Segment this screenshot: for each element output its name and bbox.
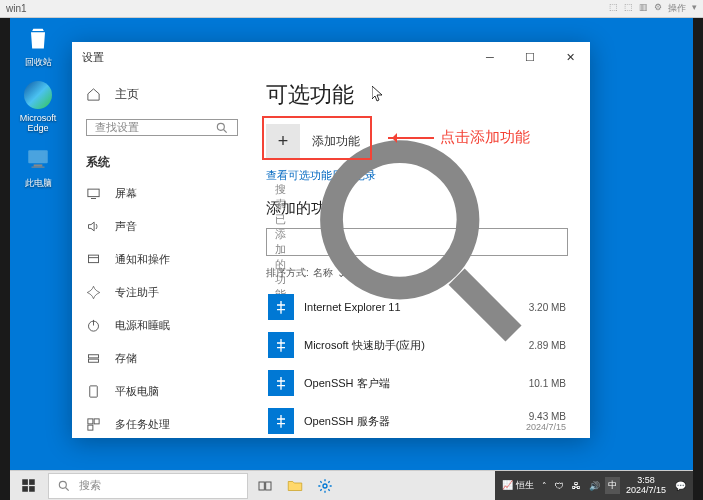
tray-stock[interactable]: 📈 恒生 [499,479,537,492]
multitask-icon [86,417,101,432]
display-icon [86,186,101,201]
tray-ime[interactable]: 中 [605,477,620,494]
svg-rect-13 [90,386,98,397]
svg-rect-21 [22,486,28,492]
svg-rect-0 [28,150,48,163]
start-button[interactable] [10,471,46,501]
vm-ctrl-icon[interactable]: ⬚ [609,2,618,15]
sidebar-item-focus[interactable]: 专注助手 [72,276,252,309]
desktop-icon-label: 回收站 [25,56,52,69]
tray-notifications-icon[interactable]: 💬 [672,481,689,491]
sidebar-item-label: 电源和睡眠 [115,318,170,333]
vm-ctrl-dropdown-icon[interactable]: ▾ [692,2,697,15]
feature-name: Microsoft 快速助手(应用) [304,338,519,353]
task-view-button[interactable] [250,471,280,501]
task-view-icon [257,478,273,494]
feature-date: 2024/7/15 [526,422,566,432]
svg-line-24 [66,487,69,490]
feature-item[interactable]: Microsoft 快速助手(应用) 2.89 MB [266,326,568,364]
taskbar-search-placeholder: 搜索 [79,478,101,493]
svg-rect-2 [32,167,45,168]
taskbar: 搜索 📈 恒生 ˄ 🛡 🖧 🔊 中 3:58 2024/7/15 💬 [10,470,693,500]
window-title: 设置 [82,50,470,65]
sort-label: 排序方式: [266,266,309,280]
search-icon [57,479,71,493]
sidebar-item-label: 通知和操作 [115,252,170,267]
vm-ctrl-gear-icon[interactable]: ⚙ [654,2,662,15]
desktop-icon-this-pc[interactable]: 此电脑 [16,143,60,190]
sidebar-item-label: 屏幕 [115,186,137,201]
sidebar-item-label: 声音 [115,219,137,234]
vm-ctrl-icon[interactable]: ▥ [639,2,648,15]
tray-network-icon[interactable]: 🖧 [569,481,584,491]
feature-size: 9.43 MB [529,411,566,422]
minimize-button[interactable]: ─ [470,42,510,72]
system-tray: 📈 恒生 ˄ 🛡 🖧 🔊 中 3:58 2024/7/15 💬 [495,471,693,501]
vm-ctrl-action[interactable]: 操作 [668,2,686,15]
annotation-arrow: 点击添加功能 [388,128,530,147]
gear-icon [317,478,333,494]
feature-item[interactable]: OpenSSH 服务器 9.43 MB 2024/7/15 [266,402,568,438]
edge-icon [24,81,52,109]
svg-point-23 [59,481,66,488]
tray-chevron-up-icon[interactable]: ˄ [539,481,550,491]
taskbar-search[interactable]: 搜索 [48,473,248,499]
sidebar-item-notifications[interactable]: 通知和操作 [72,243,252,276]
desktop-icon-edge[interactable]: Microsoft Edge [16,79,60,133]
sidebar-item-sound[interactable]: 声音 [72,210,252,243]
taskbar-app-explorer[interactable] [280,471,310,501]
sort-control[interactable]: 排序方式: 名称 ⌄ [266,266,568,280]
sidebar-item-power[interactable]: 电源和睡眠 [72,309,252,342]
feature-size: 2.89 MB [529,340,566,351]
window-titlebar[interactable]: 设置 ─ ☐ ✕ [72,42,590,72]
svg-rect-16 [88,425,93,430]
settings-search-input[interactable]: 查找设置 [86,119,238,136]
sidebar-item-tablet[interactable]: 平板电脑 [72,375,252,408]
svg-point-27 [323,484,327,488]
sidebar-home[interactable]: 主页 [72,78,252,111]
folder-icon [286,477,304,495]
vm-titlebar: win1 ⬚ ⬚ ▥ ⚙ 操作 ▾ [0,0,703,18]
desktop-icon-label: 此电脑 [25,177,52,190]
notification-icon [86,252,101,267]
tray-date: 2024/7/15 [626,486,666,496]
recycle-bin-icon [24,24,52,52]
sidebar-item-display[interactable]: 屏幕 [72,177,252,210]
svg-point-3 [217,123,224,130]
sidebar-home-label: 主页 [115,86,139,103]
sidebar-item-storage[interactable]: 存储 [72,342,252,375]
svg-rect-7 [89,255,99,263]
settings-sidebar: 主页 查找设置 系统 屏幕 声音 通知和操作 [72,72,252,438]
sidebar-item-label: 存储 [115,351,137,366]
focus-icon [86,285,101,300]
feature-item[interactable]: Internet Explorer 11 3.20 MB [266,288,568,326]
desktop[interactable]: 回收站 Microsoft Edge 此电脑 设置 ─ ☐ ✕ 主页 [10,18,693,500]
close-button[interactable]: ✕ [550,42,590,72]
maximize-button[interactable]: ☐ [510,42,550,72]
sound-icon [86,219,101,234]
vm-controls: ⬚ ⬚ ▥ ⚙ 操作 ▾ [609,2,697,15]
svg-line-4 [224,129,227,132]
feature-list: Internet Explorer 11 3.20 MB Microsoft 快… [266,288,568,438]
feature-item[interactable]: OpenSSH 客户端 10.1 MB [266,364,568,402]
computer-icon [25,146,51,172]
svg-rect-15 [94,419,99,424]
vm-ctrl-icon[interactable]: ⬚ [624,2,633,15]
chevron-down-icon: ⌄ [337,268,345,279]
annotation-text: 点击添加功能 [440,128,530,147]
sort-value: 名称 [313,266,333,280]
tray-volume-icon[interactable]: 🔊 [586,481,603,491]
settings-main: 可选功能 + 添加功能 点击添加功能 查看可选功能历史记录 添加的功能 搜索已添… [252,72,590,438]
sidebar-item-label: 多任务处理 [115,417,170,432]
desktop-icon-recycle-bin[interactable]: 回收站 [16,22,60,69]
sidebar-item-multitask[interactable]: 多任务处理 [72,408,252,438]
sidebar-item-label: 平板电脑 [115,384,159,399]
svg-rect-14 [88,419,93,424]
feature-name: Internet Explorer 11 [304,301,519,313]
tray-security-icon[interactable]: 🛡 [552,481,567,491]
vm-title: win1 [6,3,609,14]
tray-clock[interactable]: 3:58 2024/7/15 [622,476,670,496]
feature-search-input[interactable]: 搜索已添加的功能 [266,228,568,256]
taskbar-app-settings[interactable] [310,471,340,501]
search-icon [215,121,229,135]
